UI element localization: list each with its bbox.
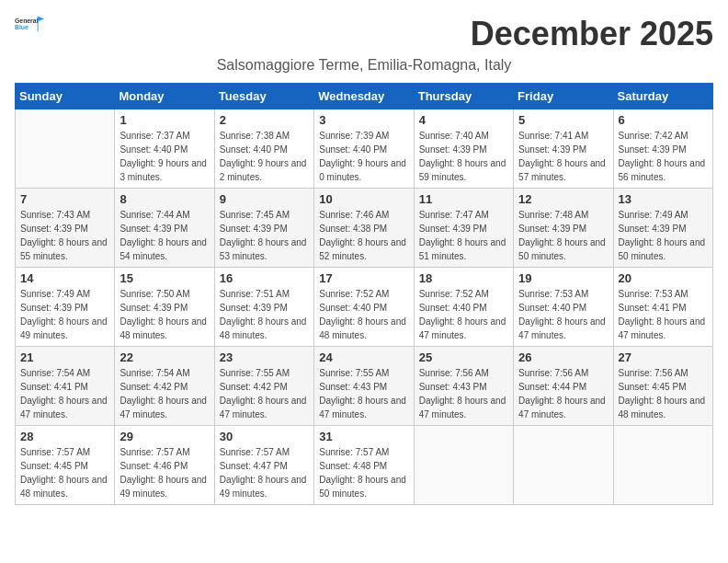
day-number: 28 [20, 430, 109, 443]
day-number: 20 [619, 271, 708, 285]
day-info: Sunrise: 7:44 AM Sunset: 4:39 PM Dayligh… [119, 208, 209, 263]
calendar-cell: 6 Sunrise: 7:42 AM Sunset: 4:39 PM Dayli… [613, 109, 712, 189]
sunrise-text: Sunrise: 7:45 AM [220, 208, 309, 222]
day-number: 23 [220, 350, 309, 364]
calendar-cell: 18 Sunrise: 7:52 AM Sunset: 4:40 PM Dayl… [414, 268, 513, 347]
sunrise-text: Sunrise: 7:56 AM [619, 366, 708, 380]
day-info: Sunrise: 7:57 AM Sunset: 4:45 PM Dayligh… [20, 445, 109, 500]
day-number: 26 [518, 350, 608, 364]
sunrise-text: Sunrise: 7:49 AM [20, 287, 109, 301]
day-info: Sunrise: 7:52 AM Sunset: 4:40 PM Dayligh… [419, 287, 508, 342]
daylight-text: Daylight: 8 hours and 56 minutes. [619, 156, 708, 184]
calendar-cell: 13 Sunrise: 7:49 AM Sunset: 4:39 PM Dayl… [613, 189, 712, 268]
sunrise-text: Sunrise: 7:40 AM [419, 129, 508, 143]
day-number: 2 [220, 113, 309, 127]
daylight-text: Daylight: 8 hours and 50 minutes. [518, 236, 608, 263]
sunrise-text: Sunrise: 7:44 AM [119, 208, 209, 222]
sunset-text: Sunset: 4:45 PM [619, 380, 708, 394]
day-info: Sunrise: 7:48 AM Sunset: 4:39 PM Dayligh… [518, 208, 608, 263]
calendar-cell [16, 109, 115, 189]
weekday-header: Friday [514, 84, 613, 109]
daylight-text: Daylight: 8 hours and 48 minutes. [319, 315, 408, 342]
sunrise-text: Sunrise: 7:42 AM [619, 129, 708, 143]
sunrise-text: Sunrise: 7:52 AM [319, 287, 408, 301]
sunset-text: Sunset: 4:39 PM [619, 222, 708, 236]
page-container: General Blue December 2025 Salsomaggiore… [15, 15, 713, 505]
day-number: 24 [319, 350, 408, 364]
day-number: 25 [419, 350, 508, 364]
calendar-week-row: 14 Sunrise: 7:49 AM Sunset: 4:39 PM Dayl… [16, 268, 713, 347]
day-number: 11 [419, 192, 508, 206]
day-number: 29 [119, 430, 209, 443]
sunrise-text: Sunrise: 7:57 AM [20, 445, 109, 459]
daylight-text: Daylight: 8 hours and 48 minutes. [20, 473, 109, 500]
day-info: Sunrise: 7:40 AM Sunset: 4:39 PM Dayligh… [419, 129, 508, 184]
sunset-text: Sunset: 4:47 PM [220, 459, 309, 473]
sunset-text: Sunset: 4:39 PM [220, 301, 309, 315]
day-info: Sunrise: 7:57 AM Sunset: 4:47 PM Dayligh… [220, 445, 309, 500]
svg-text:Blue: Blue [15, 24, 28, 30]
calendar-cell [514, 426, 613, 505]
daylight-text: Daylight: 8 hours and 47 minutes. [419, 315, 508, 342]
sunrise-text: Sunrise: 7:57 AM [319, 445, 408, 459]
day-number: 17 [319, 271, 408, 285]
day-info: Sunrise: 7:37 AM Sunset: 4:40 PM Dayligh… [119, 129, 209, 184]
calendar-cell: 16 Sunrise: 7:51 AM Sunset: 4:39 PM Dayl… [214, 268, 313, 347]
calendar-cell: 29 Sunrise: 7:57 AM Sunset: 4:46 PM Dayl… [115, 426, 214, 505]
header: General Blue December 2025 [15, 15, 713, 53]
calendar-cell: 2 Sunrise: 7:38 AM Sunset: 4:40 PM Dayli… [214, 109, 313, 189]
sunrise-text: Sunrise: 7:46 AM [319, 208, 408, 222]
calendar-cell: 25 Sunrise: 7:56 AM Sunset: 4:43 PM Dayl… [414, 347, 513, 426]
calendar-cell: 1 Sunrise: 7:37 AM Sunset: 4:40 PM Dayli… [115, 109, 214, 189]
daylight-text: Daylight: 8 hours and 53 minutes. [220, 236, 309, 263]
sunrise-text: Sunrise: 7:38 AM [220, 129, 309, 143]
sunset-text: Sunset: 4:39 PM [119, 222, 209, 236]
daylight-text: Daylight: 8 hours and 48 minutes. [619, 394, 708, 421]
calendar-cell [613, 426, 712, 505]
calendar-week-row: 7 Sunrise: 7:43 AM Sunset: 4:39 PM Dayli… [16, 189, 713, 268]
daylight-text: Daylight: 8 hours and 47 minutes. [419, 394, 508, 421]
day-number: 9 [220, 192, 309, 206]
day-number: 6 [619, 113, 708, 127]
sunset-text: Sunset: 4:39 PM [20, 222, 109, 236]
daylight-text: Daylight: 8 hours and 47 minutes. [518, 315, 608, 342]
logo-icon: General Blue [15, 15, 44, 33]
calendar-cell: 3 Sunrise: 7:39 AM Sunset: 4:40 PM Dayli… [314, 109, 414, 189]
daylight-text: Daylight: 8 hours and 57 minutes. [518, 156, 608, 184]
sunrise-text: Sunrise: 7:53 AM [619, 287, 708, 301]
day-info: Sunrise: 7:52 AM Sunset: 4:40 PM Dayligh… [319, 287, 408, 342]
sunset-text: Sunset: 4:39 PM [20, 301, 109, 315]
daylight-text: Daylight: 8 hours and 50 minutes. [319, 473, 408, 500]
day-info: Sunrise: 7:51 AM Sunset: 4:39 PM Dayligh… [220, 287, 309, 342]
sunrise-text: Sunrise: 7:43 AM [20, 208, 109, 222]
calendar-cell: 26 Sunrise: 7:56 AM Sunset: 4:44 PM Dayl… [514, 347, 613, 426]
daylight-text: Daylight: 8 hours and 47 minutes. [220, 394, 309, 421]
daylight-text: Daylight: 8 hours and 47 minutes. [20, 394, 109, 421]
calendar-cell: 7 Sunrise: 7:43 AM Sunset: 4:39 PM Dayli… [16, 189, 115, 268]
day-info: Sunrise: 7:38 AM Sunset: 4:40 PM Dayligh… [220, 129, 309, 184]
day-number: 5 [518, 113, 608, 127]
calendar-cell: 20 Sunrise: 7:53 AM Sunset: 4:41 PM Dayl… [613, 268, 712, 347]
daylight-text: Daylight: 8 hours and 54 minutes. [119, 236, 209, 263]
sunset-text: Sunset: 4:39 PM [518, 143, 608, 156]
calendar-cell: 12 Sunrise: 7:48 AM Sunset: 4:39 PM Dayl… [514, 189, 613, 268]
daylight-text: Daylight: 8 hours and 50 minutes. [619, 236, 708, 263]
sunrise-text: Sunrise: 7:37 AM [119, 129, 209, 143]
sunrise-text: Sunrise: 7:49 AM [619, 208, 708, 222]
weekday-header: Sunday [16, 84, 115, 109]
sunset-text: Sunset: 4:42 PM [119, 380, 209, 394]
sunset-text: Sunset: 4:40 PM [220, 143, 309, 156]
sunset-text: Sunset: 4:39 PM [220, 222, 309, 236]
day-info: Sunrise: 7:50 AM Sunset: 4:39 PM Dayligh… [119, 287, 209, 342]
calendar-cell: 11 Sunrise: 7:47 AM Sunset: 4:39 PM Dayl… [414, 189, 513, 268]
calendar-cell: 28 Sunrise: 7:57 AM Sunset: 4:45 PM Dayl… [16, 426, 115, 505]
sunrise-text: Sunrise: 7:55 AM [220, 366, 309, 380]
day-number: 13 [619, 192, 708, 206]
sunrise-text: Sunrise: 7:48 AM [518, 208, 608, 222]
daylight-text: Daylight: 8 hours and 55 minutes. [20, 236, 109, 263]
day-info: Sunrise: 7:47 AM Sunset: 4:39 PM Dayligh… [419, 208, 508, 263]
calendar-cell: 19 Sunrise: 7:53 AM Sunset: 4:40 PM Dayl… [514, 268, 613, 347]
day-info: Sunrise: 7:54 AM Sunset: 4:42 PM Dayligh… [119, 366, 209, 421]
sunrise-text: Sunrise: 7:47 AM [419, 208, 508, 222]
day-info: Sunrise: 7:42 AM Sunset: 4:39 PM Dayligh… [619, 129, 708, 184]
